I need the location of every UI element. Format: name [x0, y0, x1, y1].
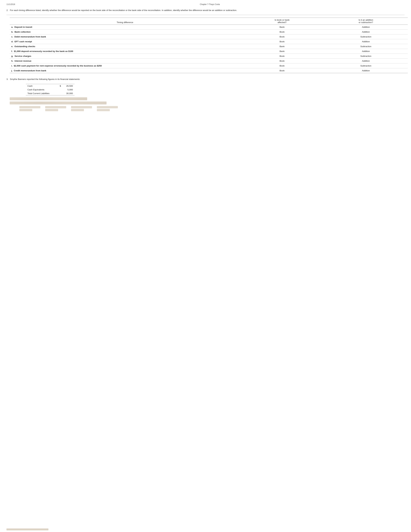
timing-description-cell: h.Interest revenue: [10, 59, 240, 63]
financial-row: Total Current Liabilities30,000: [26, 92, 75, 95]
book-or-bank-cell: Book: [240, 54, 324, 59]
redacted-cell-2: [45, 106, 66, 111]
row-letter: h.: [11, 60, 13, 62]
question-3-body: Smythe Banners reported the following fi…: [10, 78, 80, 81]
timing-description-cell: e.Outstanding checks: [10, 44, 240, 49]
row-letter: i.: [11, 65, 13, 67]
timing-table: Timing difference Is book or bank affect…: [10, 18, 408, 73]
financial-row: Cash$26,500: [26, 84, 75, 88]
col-book-header: Is book or bank affected?: [240, 18, 324, 25]
row-description: $2,500 cash payment for rent expense err…: [14, 65, 102, 67]
row-letter: j.: [11, 69, 13, 72]
book-or-bank-cell: Book: [240, 68, 324, 73]
addition-subtraction-cell: Addition: [324, 29, 408, 34]
table-row: i.$2,500 cash payment for rent expense e…: [10, 63, 408, 68]
row-description: Interest revenue: [15, 60, 31, 62]
addition-subtraction-cell: Addition: [324, 25, 408, 29]
book-or-bank-cell: Book: [240, 59, 324, 63]
financial-row: Cash Equivalents5,000: [26, 88, 75, 92]
table-divider-top: [7, 15, 404, 15]
table-row: a.Deposit in transitBankAddition: [10, 25, 408, 29]
header-date: 11/1/2018: [7, 3, 15, 6]
question-3-block: 3. Smythe Banners reported the following…: [7, 78, 404, 111]
redacted-cell-1: [19, 106, 40, 111]
redacted-line-2: [10, 102, 106, 104]
table-row: e.Outstanding checksBankSubtraction: [10, 44, 408, 49]
book-or-bank-cell: Book: [240, 34, 324, 39]
financial-value: 30,000: [62, 92, 75, 95]
financial-label: Cash Equivalents: [26, 88, 58, 92]
row-letter: b.: [11, 31, 13, 33]
timing-description-cell: g.Service charges: [10, 54, 240, 59]
timing-description-cell: a.Deposit in transit: [10, 25, 240, 29]
timing-description-cell: b.Bank collection: [10, 29, 240, 34]
table-row: b.Bank collectionBookAddition: [10, 29, 408, 34]
row-letter: c.: [11, 36, 13, 38]
col-addition-header: Is it an addition or subtraction?: [324, 18, 408, 25]
col-timing-header: Timing difference: [10, 18, 240, 25]
question-2-text: 2. For each timing difference listed, id…: [7, 9, 404, 12]
addition-subtraction-cell: Subtraction: [324, 44, 408, 49]
page-header: 11/1/2018 Chapter 7-Thays Costa: [7, 3, 404, 6]
financial-label: Total Current Liabilities: [26, 92, 58, 95]
table-row: d.EFT cash receiptBookAddition: [10, 39, 408, 44]
book-or-bank-cell: Bank: [240, 44, 324, 49]
financial-dollar: [58, 92, 62, 95]
table-row: h.Interest revenueBookAddition: [10, 59, 408, 63]
table-row: f.$1,000 deposit erroneously recorded by…: [10, 49, 408, 54]
question-2-block: 2. For each timing difference listed, id…: [7, 9, 404, 73]
table-row: g.Service chargesBookSubtraction: [10, 54, 408, 59]
row-letter: f.: [11, 50, 13, 52]
financial-label: Cash: [26, 84, 58, 88]
addition-subtraction-cell: Addition: [324, 49, 408, 54]
row-description: EFT cash receipt: [15, 40, 32, 43]
question-2-number: 2.: [7, 9, 8, 12]
row-description: Credit memorandum from bank: [14, 69, 46, 72]
timing-description-cell: j.Credit memorandum from bank: [10, 68, 240, 73]
timing-description-cell: c.Debit memorandum from bank: [10, 34, 240, 39]
row-letter: g.: [11, 55, 13, 57]
row-description: Service charges: [15, 55, 31, 57]
redacted-line-1: [10, 97, 87, 100]
redacted-row: [19, 106, 404, 111]
financial-table: Cash$26,500Cash Equivalents5,000Total Cu…: [26, 84, 75, 95]
addition-subtraction-cell: Subtraction: [324, 63, 408, 68]
row-description: Bank collection: [15, 31, 31, 33]
book-or-bank-cell: Book: [240, 39, 324, 44]
addition-subtraction-cell: Addition: [324, 39, 408, 44]
addition-subtraction-cell: Addition: [324, 59, 408, 63]
addition-subtraction-cell: Subtraction: [324, 34, 408, 39]
financial-dollar: [58, 88, 62, 92]
row-letter: a.: [11, 26, 13, 28]
table-header-row: Timing difference Is book or bank affect…: [10, 18, 408, 25]
question-3-number: 3.: [7, 78, 8, 81]
book-or-bank-cell: Bank: [240, 49, 324, 54]
question-2-body: For each timing difference listed, ident…: [10, 9, 237, 12]
row-letter: d.: [11, 40, 13, 43]
financial-dollar: $: [58, 84, 62, 88]
row-letter: e.: [11, 45, 13, 48]
addition-subtraction-cell: Subtraction: [324, 54, 408, 59]
financial-value: 5,000: [62, 88, 75, 92]
redacted-cell-3: [71, 106, 92, 111]
timing-description-cell: d.EFT cash receipt: [10, 39, 240, 44]
financial-value: 26,500: [62, 84, 75, 88]
header-title: Chapter 7-Thays Costa: [15, 3, 404, 6]
row-description: Debit memorandum from bank: [14, 36, 46, 38]
row-description: Outstanding checks: [14, 45, 35, 48]
book-or-bank-cell: Book: [240, 63, 324, 68]
book-or-bank-cell: Book: [240, 29, 324, 34]
timing-description-cell: f.$1,000 deposit erroneously recorded by…: [10, 49, 240, 54]
question-3-text: 3. Smythe Banners reported the following…: [7, 78, 404, 81]
table-row: c.Debit memorandum from bankBookSubtract…: [10, 34, 408, 39]
redacted-cell-4: [97, 106, 118, 111]
addition-subtraction-cell: Addition: [324, 68, 408, 73]
timing-description-cell: i.$2,500 cash payment for rent expense e…: [10, 63, 240, 68]
row-description: Deposit in transit: [14, 26, 32, 28]
table-row: j.Credit memorandum from bankBookAdditio…: [10, 68, 408, 73]
row-description: $1,000 deposit erroneously recorded by t…: [14, 50, 73, 52]
book-or-bank-cell: Bank: [240, 25, 324, 29]
